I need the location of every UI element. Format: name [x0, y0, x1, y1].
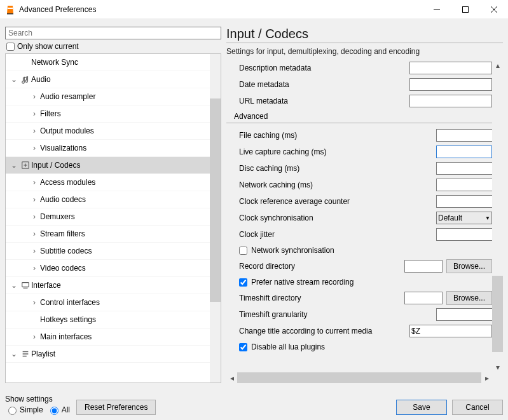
tree-item-audio-codecs[interactable]: ›Audio codecs — [6, 191, 210, 208]
tree-item-visualizations[interactable]: ›Visualizations — [6, 140, 210, 157]
url-metadata-label: URL metadata — [239, 97, 409, 105]
tree-item-hotkeys-settings[interactable]: Hotkeys settings — [6, 311, 210, 329]
chevron-down-icon[interactable]: ⌄ — [8, 75, 20, 84]
chevron-right-icon[interactable]: › — [29, 332, 40, 341]
description-metadata-label: Description metadata — [239, 64, 409, 72]
simple-radio-row[interactable]: Simple — [5, 405, 43, 415]
tree-item-stream-filters[interactable]: ›Stream filters — [6, 226, 210, 243]
network-caching-spin[interactable]: ▲▼ — [436, 179, 492, 191]
record-directory-browse-button[interactable]: Browse... — [446, 259, 492, 273]
chevron-right-icon[interactable]: › — [29, 109, 40, 118]
svg-rect-4 — [462, 6, 468, 12]
close-button[interactable] — [479, 0, 508, 19]
tree-item-video-codecs[interactable]: ›Video codecs — [6, 260, 210, 277]
tree-category-interface[interactable]: ⌄ Interface — [6, 277, 210, 294]
timeshift-directory-browse-button[interactable]: Browse... — [446, 291, 492, 305]
chevron-right-icon[interactable]: › — [29, 195, 40, 204]
show-settings-label: Show settings — [5, 395, 70, 403]
disc-caching-label: Disc caching (ms) — [239, 164, 436, 173]
timeshift-granularity-label: Timeshift granularity — [239, 310, 436, 319]
tree-item-network-sync[interactable]: Network Sync — [6, 54, 210, 71]
live-capture-caching-label: Live capture caching (ms) — [239, 147, 436, 156]
tree-item-filters[interactable]: ›Filters — [6, 105, 210, 123]
record-directory-label: Record directory — [239, 262, 404, 271]
scroll-up-icon[interactable]: ▴ — [492, 60, 503, 71]
tree-item-main-interfaces[interactable]: ›Main interfaces — [6, 329, 210, 346]
simple-radio[interactable] — [8, 407, 17, 415]
record-directory-input[interactable] — [404, 260, 443, 273]
cancel-button[interactable]: Cancel — [452, 400, 503, 415]
disable-lua-row[interactable]: Disable all lua plugins — [226, 339, 492, 355]
prefer-native-checkbox[interactable] — [239, 278, 247, 287]
settings-h-scrollbar[interactable]: ◂ ▸ — [226, 372, 492, 383]
date-metadata-input[interactable] — [409, 78, 492, 91]
disc-caching-spin[interactable]: ▲▼ — [436, 162, 492, 175]
divider — [226, 43, 503, 43]
search-input[interactable] — [5, 27, 221, 39]
chevron-right-icon[interactable]: › — [29, 264, 40, 273]
chevron-right-icon[interactable]: › — [29, 247, 40, 255]
network-sync-checkbox[interactable] — [239, 247, 247, 255]
window-title: Advanced Preferences — [19, 5, 422, 14]
network-sync-row[interactable]: Network synchronisation — [226, 243, 492, 258]
scroll-right-icon[interactable]: ▸ — [481, 372, 492, 383]
tree-item-control-interfaces[interactable]: ›Control interfaces — [6, 294, 210, 311]
tree-item-access-modules[interactable]: ›Access modules — [6, 174, 210, 191]
tree-item-audio-resampler[interactable]: ›Audio resampler — [6, 88, 210, 105]
clock-jitter-spin[interactable]: ▲▼ — [436, 228, 492, 241]
tree-item-demuxers[interactable]: ›Demuxers — [6, 208, 210, 226]
maximize-button[interactable] — [451, 0, 479, 19]
only-show-current-checkbox[interactable] — [6, 43, 15, 51]
change-title-label: Change title according to current media — [239, 327, 409, 335]
chevron-right-icon[interactable]: › — [29, 126, 40, 135]
svg-rect-8 — [22, 283, 29, 287]
timeshift-granularity-spin[interactable]: ▲▼ — [436, 308, 492, 321]
timeshift-directory-input[interactable] — [404, 292, 443, 304]
chevron-down-icon[interactable]: ⌄ — [8, 281, 20, 290]
advanced-section-header: Advanced — [226, 112, 492, 123]
chevron-right-icon[interactable]: › — [29, 229, 40, 238]
file-caching-spin[interactable]: ▲▼ — [436, 129, 492, 142]
tree-item-subtitle-codecs[interactable]: ›Subtitle codecs — [6, 243, 210, 260]
chevron-right-icon[interactable]: › — [29, 212, 40, 221]
description-metadata-input[interactable] — [409, 62, 492, 74]
disable-lua-checkbox[interactable] — [239, 343, 247, 351]
tree-category-audio[interactable]: ⌄ Audio — [6, 71, 210, 88]
preferences-tree[interactable]: Network Sync ⌄ Audio ›Audio resampler ›F… — [6, 54, 210, 383]
settings-v-scrollbar[interactable]: ▴ ▾ — [492, 60, 503, 372]
all-radio[interactable] — [50, 407, 58, 415]
settings-v-thumb[interactable] — [492, 276, 503, 352]
network-caching-label: Network caching (ms) — [239, 180, 436, 189]
only-show-current-label: Only show current — [17, 42, 79, 51]
reset-preferences-button[interactable]: Reset Preferences — [76, 400, 156, 415]
settings-h-thumb[interactable] — [237, 372, 481, 383]
tree-item-output-modules[interactable]: ›Output modules — [6, 123, 210, 140]
caret-down-icon: ▼ — [485, 215, 490, 221]
all-radio-row[interactable]: All — [47, 405, 70, 415]
clock-sync-select[interactable]: Default▼ — [436, 212, 492, 224]
chevron-down-icon[interactable]: ⌄ — [8, 161, 20, 170]
chevron-right-icon[interactable]: › — [29, 298, 40, 307]
change-title-input[interactable] — [409, 325, 492, 337]
chevron-right-icon[interactable]: › — [29, 144, 40, 152]
live-capture-caching-spin[interactable]: ▲▼ — [436, 146, 492, 158]
prefer-native-row[interactable]: Prefer native stream recording — [226, 274, 492, 290]
minimize-button[interactable] — [422, 0, 451, 19]
svg-rect-1 — [7, 13, 13, 15]
svg-marker-0 — [7, 6, 13, 13]
clock-ref-spin[interactable]: ▲▼ — [436, 195, 492, 208]
tree-scrollbar-thumb[interactable] — [210, 98, 221, 302]
scroll-down-icon[interactable]: ▾ — [492, 362, 503, 372]
save-button[interactable]: Save — [396, 400, 447, 415]
tree-category-input-codecs[interactable]: ⌄ Input / Codecs — [6, 157, 210, 174]
url-metadata-input[interactable] — [409, 95, 492, 107]
tree-scrollbar[interactable] — [210, 54, 221, 383]
chevron-right-icon[interactable]: › — [29, 178, 40, 187]
chevron-right-icon[interactable]: › — [29, 92, 40, 101]
scroll-left-icon[interactable]: ◂ — [226, 372, 237, 383]
svg-rect-2 — [8, 8, 13, 9]
tree-category-playlist[interactable]: ⌄ Playlist — [6, 346, 210, 363]
playlist-icon — [20, 349, 31, 358]
chevron-down-icon[interactable]: ⌄ — [8, 349, 20, 358]
only-show-current-row[interactable]: Only show current — [5, 39, 221, 53]
